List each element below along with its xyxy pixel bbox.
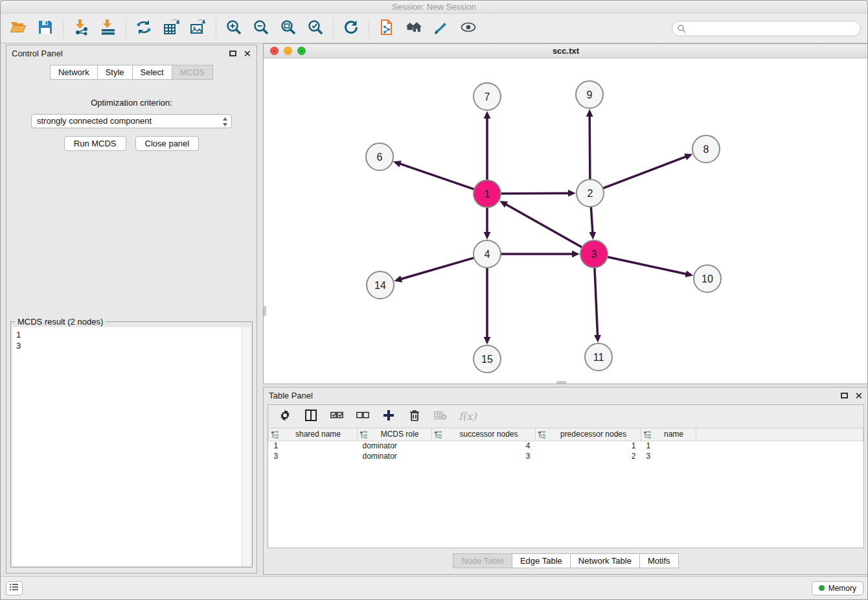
zoom-selected-button[interactable] bbox=[304, 17, 326, 40]
network-refresh-button[interactable] bbox=[133, 17, 155, 40]
add-column-button[interactable] bbox=[381, 409, 396, 424]
close-panel-button[interactable]: Close panel bbox=[135, 136, 200, 151]
graph-edge-3-1[interactable] bbox=[506, 204, 582, 247]
tab-select[interactable]: Select bbox=[132, 65, 172, 80]
close-icon[interactable]: ✕ bbox=[854, 391, 863, 400]
table-export-button[interactable] bbox=[160, 17, 182, 40]
graph-edge-2-3[interactable] bbox=[591, 207, 593, 233]
tab-style[interactable]: Style bbox=[97, 65, 132, 80]
graph-node-10[interactable]: 10 bbox=[694, 265, 721, 292]
graph-edge-1-6[interactable] bbox=[400, 164, 474, 189]
attribute-icon bbox=[360, 431, 368, 441]
table-row[interactable]: 3 dominator 3 2 3 bbox=[269, 451, 863, 461]
tab-motifs[interactable]: Motifs bbox=[639, 553, 679, 568]
table-export-icon bbox=[163, 19, 179, 38]
graph-edge-1-2[interactable] bbox=[501, 193, 569, 194]
import-network-button[interactable] bbox=[70, 17, 92, 40]
open-session-button[interactable] bbox=[7, 17, 29, 40]
zoom-out-button[interactable] bbox=[250, 17, 272, 40]
zoom-in-button[interactable] bbox=[223, 17, 245, 40]
graph-node-15[interactable]: 15 bbox=[474, 345, 501, 373]
paint-icon bbox=[433, 19, 450, 38]
control-panel-title: Control Panel bbox=[12, 49, 63, 58]
status-bar: Memory bbox=[1, 576, 868, 599]
table-row[interactable]: 1 dominator 4 1 1 bbox=[269, 441, 863, 451]
optimization-criterion-select[interactable]: strongly connected component bbox=[31, 114, 232, 128]
save-session-button[interactable] bbox=[34, 17, 56, 40]
gear-icon bbox=[279, 409, 291, 424]
task-history-button[interactable] bbox=[6, 581, 23, 595]
import-table-icon bbox=[100, 19, 117, 38]
tab-node-table[interactable]: Node Table bbox=[453, 553, 512, 568]
run-mcds-button[interactable]: Run MCDS bbox=[64, 136, 126, 151]
graph-node-2[interactable]: 2 bbox=[577, 179, 604, 207]
graph-node-14[interactable]: 14 bbox=[367, 271, 394, 299]
search-input[interactable] bbox=[672, 21, 861, 36]
table-settings-button[interactable] bbox=[277, 409, 293, 424]
svg-text:1: 1 bbox=[485, 189, 490, 200]
close-window-icon[interactable]: × bbox=[270, 47, 279, 55]
memory-status-icon bbox=[819, 585, 825, 591]
deselect-all-button[interactable] bbox=[355, 409, 371, 424]
window-titlebar[interactable]: Session: New Session bbox=[1, 1, 867, 14]
mcds-result-list[interactable]: 1 3 bbox=[12, 327, 242, 566]
graph-edge-2-8[interactable] bbox=[603, 157, 687, 189]
column-header-name[interactable]: name bbox=[641, 428, 696, 441]
paint-button[interactable] bbox=[430, 17, 452, 40]
float-window-icon[interactable] bbox=[841, 393, 848, 398]
graph-node-11[interactable]: 11 bbox=[585, 343, 612, 371]
svg-text:10: 10 bbox=[702, 273, 713, 284]
graph-node-7[interactable]: 7 bbox=[474, 83, 501, 110]
select-all-button[interactable] bbox=[329, 409, 345, 424]
graph-node-4[interactable]: 4 bbox=[474, 240, 501, 268]
refresh-button[interactable] bbox=[340, 17, 362, 40]
column-header-predecessor-nodes[interactable]: predecessor nodes bbox=[536, 428, 641, 441]
function-builder-button[interactable]: f(x) bbox=[459, 409, 476, 424]
memory-button[interactable]: Memory bbox=[812, 581, 863, 595]
zoom-fit-button[interactable] bbox=[277, 17, 299, 40]
svg-text:8: 8 bbox=[703, 144, 709, 155]
network-window-titlebar[interactable]: × − + scc.txt bbox=[264, 44, 868, 58]
graph-node-1[interactable]: 1 bbox=[474, 180, 501, 207]
delete-table-button[interactable] bbox=[433, 409, 448, 424]
network-overview-button[interactable] bbox=[403, 17, 425, 40]
save-icon bbox=[37, 19, 54, 38]
graph-node-3[interactable]: 3 bbox=[580, 240, 608, 268]
tab-network-table[interactable]: Network Table bbox=[570, 553, 639, 568]
attribute-icon bbox=[435, 431, 442, 441]
vertical-scrollbar[interactable] bbox=[242, 327, 251, 566]
tab-edge-table[interactable]: Edge Table bbox=[512, 553, 570, 568]
float-window-icon[interactable] bbox=[229, 51, 236, 56]
graph-edge-2-9[interactable] bbox=[589, 116, 590, 179]
import-table-button[interactable] bbox=[97, 17, 119, 40]
network-canvas[interactable]: 7968124314101511 bbox=[264, 58, 868, 384]
table-header-row: shared name MCDS role successor nodes pr… bbox=[269, 428, 863, 441]
document-share-button[interactable] bbox=[376, 17, 398, 40]
vertical-scrollbar[interactable] bbox=[264, 306, 266, 316]
table-panel-title: Table Panel bbox=[269, 391, 313, 400]
column-header-mcds-role[interactable]: MCDS role bbox=[358, 428, 432, 441]
svg-text:14: 14 bbox=[374, 280, 386, 291]
graph-edge-3-11[interactable] bbox=[595, 268, 598, 336]
column-header-shared-name[interactable]: shared name bbox=[269, 428, 358, 441]
delete-column-button[interactable] bbox=[407, 409, 422, 424]
svg-text:4: 4 bbox=[485, 249, 490, 260]
graph-node-8[interactable]: 8 bbox=[692, 135, 720, 163]
maximize-window-icon[interactable]: + bbox=[297, 47, 306, 55]
zoom-in-icon bbox=[225, 19, 242, 38]
column-layout-button[interactable] bbox=[303, 409, 319, 424]
minimize-window-icon[interactable]: − bbox=[284, 47, 292, 55]
svg-text:11: 11 bbox=[593, 352, 604, 363]
control-panel-tabbar: Network Style Select MCDS bbox=[6, 65, 257, 80]
eye-button[interactable] bbox=[457, 17, 479, 40]
tab-mcds[interactable]: MCDS bbox=[172, 65, 213, 80]
tab-network[interactable]: Network bbox=[50, 65, 97, 80]
close-icon[interactable]: ✕ bbox=[243, 49, 251, 58]
graph-node-9[interactable]: 9 bbox=[576, 81, 603, 108]
graph-edge-4-14[interactable] bbox=[401, 258, 474, 279]
column-header-successor-nodes[interactable]: successor nodes bbox=[432, 428, 536, 441]
image-export-button[interactable] bbox=[187, 17, 209, 40]
graph-node-6[interactable]: 6 bbox=[366, 143, 393, 170]
graph-edge-3-10[interactable] bbox=[608, 257, 687, 274]
horizontal-scrollbar[interactable] bbox=[556, 381, 567, 384]
